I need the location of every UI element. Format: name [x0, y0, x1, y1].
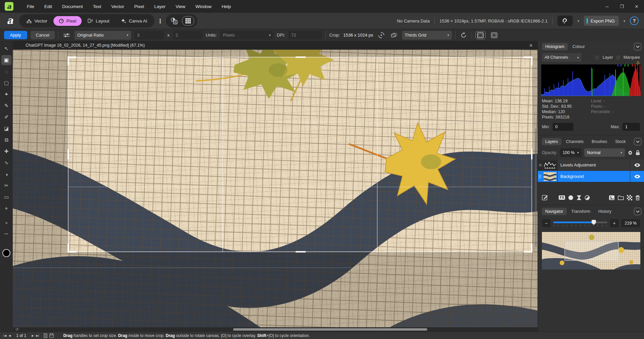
menu-text[interactable]: Text — [89, 3, 105, 10]
healing-tool[interactable]: ✚ — [1, 146, 11, 156]
crop-ratio-select[interactable]: Original Ratio ▾ — [75, 31, 131, 40]
blend-mode-select[interactable]: Normal ▾ — [584, 148, 625, 157]
menu-help[interactable]: Help — [218, 3, 235, 10]
smudge-tool[interactable]: ∿ — [1, 158, 11, 168]
crop-tool[interactable]: ▣ — [1, 55, 11, 65]
mask-icon[interactable] — [568, 195, 573, 200]
crop-overlay-select[interactable]: Thirds Grid ▾ — [402, 31, 452, 40]
menu-layer[interactable]: Layer — [150, 3, 170, 10]
save-icon[interactable] — [49, 333, 54, 338]
reset-crop-icon[interactable] — [459, 31, 468, 40]
zoom-in-button[interactable]: + — [610, 219, 619, 227]
reset-rotation-icon[interactable]: ↺ — [15, 327, 18, 332]
live-filter-icon[interactable] — [585, 195, 590, 200]
dodge-burn-tool[interactable]: ◑ — [1, 169, 11, 179]
vertical-scrollbar[interactable] — [535, 129, 537, 247]
snapping-dropdown-chevron-icon[interactable]: ▾ — [577, 19, 579, 23]
document-tab[interactable]: ChatGPT Image 16_02_2026, 14_27_45.png [… — [13, 43, 145, 48]
first-page-icon[interactable]: |◀ — [3, 334, 6, 337]
min-field[interactable]: 0 — [553, 123, 573, 131]
selection-brush-tool[interactable]: ◌ — [1, 66, 11, 77]
zoom-slider-handle[interactable] — [592, 220, 596, 225]
layer-visibility-eye-icon[interactable] — [630, 171, 644, 182]
tab-close-icon[interactable]: ✕ — [529, 43, 533, 48]
colour-swatch[interactable] — [2, 249, 10, 257]
ratio-width-field[interactable]: 3 — [134, 31, 164, 40]
menu-pixel[interactable]: Pixel — [130, 3, 148, 10]
rotation-pivot-icon[interactable] — [377, 31, 386, 40]
darken-border-toggle[interactable] — [475, 31, 485, 39]
clone-tool[interactable]: ⧉ — [1, 135, 11, 145]
tools-overflow[interactable]: ••• — [1, 229, 11, 239]
move-tool[interactable]: ↖ — [1, 44, 11, 54]
next-page-icon[interactable]: ▶ — [32, 334, 34, 337]
menu-vector[interactable]: Vector — [107, 3, 128, 10]
tab-layers[interactable]: Layers — [542, 138, 561, 145]
close-button[interactable]: ✕ — [629, 0, 644, 13]
layer-fx-icon[interactable]: FX — [559, 195, 565, 200]
rotate-canvas-icon[interactable] — [389, 31, 399, 40]
pages-icon[interactable] — [44, 333, 47, 338]
tab-channels[interactable]: Channels — [563, 138, 587, 145]
navigator-view-rect[interactable] — [565, 241, 618, 260]
document-canvas[interactable]: ↺ — [13, 50, 538, 332]
horizontal-scrollbar[interactable] — [233, 328, 427, 331]
layer-visibility-eye-icon[interactable] — [630, 159, 644, 171]
blend-gear-icon[interactable] — [628, 150, 633, 155]
export-dropdown-chevron-icon[interactable]: ▾ — [624, 19, 625, 23]
tab-history[interactable]: History — [595, 208, 615, 215]
tab-brushes[interactable]: Brushes — [588, 138, 610, 145]
persona-pixel[interactable]: Pixel — [53, 16, 82, 26]
dpi-field[interactable]: 72 — [289, 31, 322, 40]
snapping-button[interactable] — [557, 15, 573, 26]
more-tools-expand[interactable]: » — [1, 217, 11, 228]
tab-colour[interactable]: Colour — [569, 43, 588, 50]
zoom-slider[interactable] — [553, 220, 607, 227]
snip-tool[interactable]: ✂ — [1, 181, 11, 191]
zoom-percentage[interactable]: 219 % — [621, 219, 640, 227]
erase-tool[interactable]: ◪ — [1, 124, 11, 134]
shape-tool[interactable]: ▭ — [1, 192, 11, 202]
menu-window[interactable]: Window — [191, 3, 216, 10]
minimize-button[interactable]: ─ — [600, 0, 614, 13]
opacity-select[interactable]: 100 % ▾ — [560, 148, 582, 157]
layer-row-background[interactable]: Background — [538, 171, 644, 182]
apply-button[interactable]: Apply — [4, 31, 27, 39]
crop-options-icon[interactable] — [62, 31, 71, 40]
lock-icon[interactable] — [636, 150, 640, 155]
tab-histogram[interactable]: Histogram — [542, 43, 568, 50]
border-overlay-toggle[interactable] — [489, 31, 500, 40]
tab-stock[interactable]: Stock — [612, 138, 629, 145]
auto-adjust-icon[interactable]: A — [169, 16, 179, 26]
brush-tool[interactable]: ✐ — [1, 112, 11, 122]
menu-edit[interactable]: Edit — [40, 3, 56, 10]
histogram-warning-icon[interactable]: ⚠ — [636, 60, 640, 65]
marquee-select-tool[interactable]: ▢ — [1, 78, 11, 88]
panel-collapse-chevron-icon[interactable] — [634, 208, 641, 215]
toolbar-overflow-menu[interactable]: ••• — [159, 18, 161, 23]
export-png-button[interactable]: Export PNG — [584, 16, 619, 26]
cancel-button[interactable]: Cancel — [31, 31, 55, 39]
last-page-icon[interactable]: ▶| — [36, 334, 39, 337]
persona-layout[interactable]: Layout — [82, 16, 115, 26]
maximize-button[interactable]: ❐ — [614, 0, 629, 13]
help-button[interactable]: ? — [630, 16, 639, 25]
menu-view[interactable]: View — [172, 3, 189, 10]
view-tool[interactable]: ⌖ — [1, 203, 11, 213]
previous-page-icon[interactable]: ◀ — [8, 334, 11, 337]
menu-file[interactable]: File — [23, 3, 38, 10]
ratio-height-field[interactable]: 2 — [173, 31, 203, 40]
new-group-folder-icon[interactable] — [618, 195, 624, 200]
panel-collapse-chevron-icon[interactable] — [634, 138, 641, 145]
units-select[interactable]: Pixels ▾ — [220, 31, 273, 40]
flood-select-tool[interactable]: ✦ — [1, 89, 11, 99]
max-field[interactable]: 1 — [622, 123, 640, 131]
new-image-layer-icon[interactable] — [609, 195, 615, 200]
tab-navigator[interactable]: Navigator — [542, 208, 567, 215]
layer-row-levels-adjustment[interactable]: Levels Adjustment — [538, 159, 644, 171]
navigator-preview[interactable] — [542, 232, 640, 270]
delete-layer-trash-icon[interactable] — [635, 195, 640, 200]
edit-adjustment-icon[interactable] — [542, 194, 548, 201]
adjustment-icon[interactable] — [576, 195, 582, 200]
channels-select[interactable]: All Channels ▾ — [542, 53, 582, 62]
